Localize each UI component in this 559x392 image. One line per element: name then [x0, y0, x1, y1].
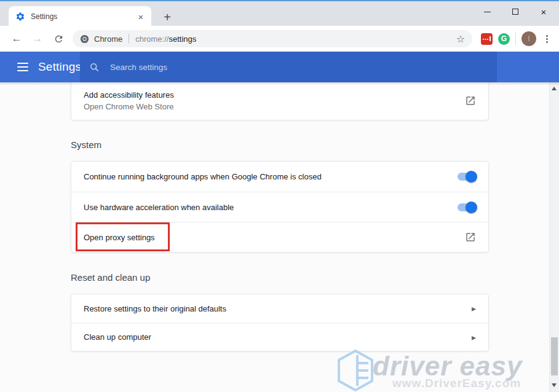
maximize-icon: [512, 9, 518, 15]
tab-close-icon[interactable]: ×: [135, 11, 146, 22]
url-host: settings: [168, 34, 196, 44]
browser-menu-icon[interactable]: [541, 31, 553, 47]
grammarly-extension-icon[interactable]: G: [498, 33, 510, 45]
drivereasy-logo-icon: [336, 349, 375, 392]
open-proxy-settings-row[interactable]: Open proxy settings: [71, 222, 488, 252]
back-button[interactable]: ←: [8, 30, 25, 47]
reload-icon: [54, 34, 64, 44]
tab-strip: Settings × + ×: [0, 0, 559, 26]
toolbar-separator: [515, 33, 516, 45]
hardware-acceleration-row[interactable]: Use hardware acceleration when available: [71, 192, 488, 222]
extension-dots: •••: [483, 37, 489, 41]
menu-hamburger-icon[interactable]: [17, 63, 28, 71]
accessibility-card: Add accessibility features Open Chrome W…: [71, 82, 489, 120]
bookmark-star-icon[interactable]: ☆: [456, 33, 465, 45]
background-apps-row[interactable]: Continue running background apps when Go…: [71, 162, 488, 192]
close-icon: ×: [541, 7, 547, 17]
restore-defaults-row[interactable]: Restore settings to their original defau…: [71, 294, 488, 323]
submenu-arrow-icon: ▸: [472, 304, 476, 313]
extension-bar: [490, 36, 491, 41]
new-tab-button[interactable]: +: [159, 9, 175, 25]
hardware-acceleration-toggle[interactable]: [458, 203, 476, 211]
extension-area: ••• G I: [481, 31, 553, 47]
chrome-page-icon: [80, 34, 89, 44]
search-icon: [89, 62, 100, 73]
system-section-heading: System: [71, 139, 101, 150]
url-scheme: chrome://: [135, 34, 168, 44]
scrollbar-thumb[interactable]: [551, 337, 558, 375]
window-controls: ×: [473, 1, 558, 22]
settings-content: Add accessibility features Open Chrome W…: [0, 82, 559, 392]
restore-defaults-label: Restore settings to their original defau…: [84, 304, 472, 313]
background-apps-label: Continue running background apps when Go…: [84, 172, 458, 181]
tab-settings[interactable]: Settings ×: [9, 6, 151, 27]
clean-up-computer-label: Clean up computer: [84, 332, 472, 342]
minimize-icon: [484, 12, 491, 12]
system-card: Continue running background apps when Go…: [71, 161, 489, 253]
scroll-down-arrow-icon[interactable]: [552, 383, 557, 387]
url-separator: [129, 34, 129, 44]
forward-button[interactable]: →: [29, 30, 46, 47]
minimize-button[interactable]: [473, 1, 501, 22]
settings-title: Settings: [38, 60, 81, 74]
settings-gear-icon: [15, 12, 25, 22]
settings-header: Settings Search settings: [0, 52, 559, 82]
hardware-acceleration-label: Use hardware acceleration when available: [84, 203, 458, 212]
search-placeholder: Search settings: [110, 63, 167, 72]
scroll-up-arrow-icon[interactable]: [552, 87, 557, 90]
browser-toolbar: ← → Chrome chrome://settings ☆ ••• G I: [0, 26, 559, 52]
watermark-url: www.DriverEasy.com: [392, 377, 521, 390]
external-link-icon: [465, 95, 476, 106]
url-text: chrome://settings: [135, 34, 196, 44]
reset-card: Restore settings to their original defau…: [71, 294, 489, 351]
reload-button[interactable]: [50, 30, 67, 47]
accessibility-row[interactable]: Add accessibility features Open Chrome W…: [71, 82, 488, 119]
submenu-arrow-icon: ▸: [472, 332, 476, 342]
open-proxy-settings-label: Open proxy settings: [84, 233, 465, 242]
clean-up-computer-row[interactable]: Clean up computer ▸: [71, 323, 488, 351]
external-link-icon: [465, 232, 476, 243]
browser-window: Settings × + × ← → Chrome chrome://setti…: [0, 0, 559, 392]
reset-section-heading: Reset and clean up: [71, 272, 150, 283]
password-extension-icon[interactable]: •••: [481, 33, 493, 45]
accessibility-title: Add accessibility features: [84, 89, 465, 101]
scrollbar[interactable]: [549, 82, 559, 392]
accessibility-labels: Add accessibility features Open Chrome W…: [84, 89, 465, 112]
accessibility-subtitle: Open Chrome Web Store: [84, 101, 465, 112]
tab-title: Settings: [31, 12, 135, 21]
site-label: Chrome: [94, 34, 122, 44]
close-button[interactable]: ×: [529, 1, 558, 22]
address-bar[interactable]: Chrome chrome://settings ☆: [73, 30, 472, 47]
search-settings-input[interactable]: Search settings: [80, 52, 497, 82]
profile-avatar[interactable]: I: [521, 31, 536, 46]
background-apps-toggle[interactable]: [458, 173, 476, 181]
maximize-button[interactable]: [501, 1, 529, 22]
